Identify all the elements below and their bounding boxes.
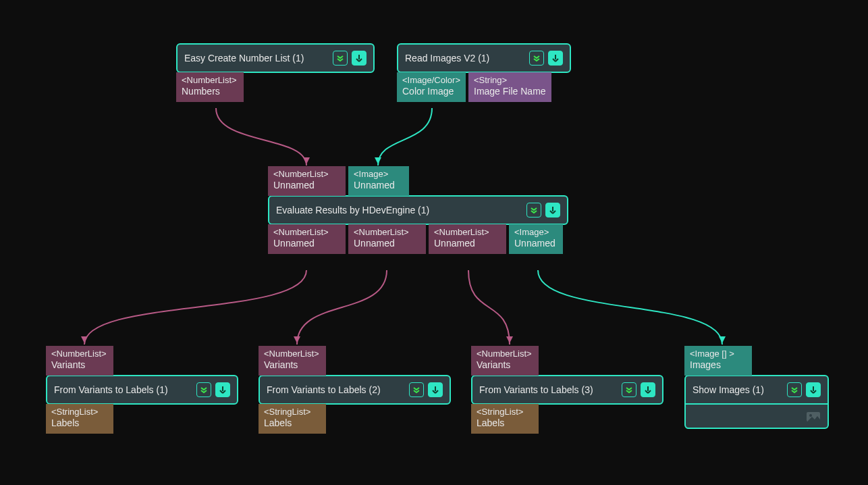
svg-marker-2	[81, 336, 88, 343]
output-port-1[interactable]: <NumberList> Unnamed	[348, 224, 426, 254]
node-read-images-v2[interactable]: Read Images V2 (1) <Image/Color> Color I…	[397, 43, 571, 102]
node-evaluate-results[interactable]: <NumberList> Unnamed <Image> Unnamed Eva…	[268, 166, 568, 254]
node-from-variants-to-labels-1[interactable]: <NumberList> Variants From Variants to L…	[46, 346, 238, 434]
node-header[interactable]: Easy Create Number List (1)	[176, 43, 375, 73]
output-ports: <StringList> Labels	[259, 404, 451, 434]
input-port-image[interactable]: <Image> Unnamed	[348, 166, 409, 196]
output-port-labels[interactable]: <StringList> Labels	[259, 404, 326, 434]
output-port-numbers[interactable]: <NumberList> Numbers	[176, 72, 244, 102]
input-ports: <Image [] > Images	[684, 346, 829, 376]
expand-button[interactable]	[409, 382, 424, 397]
node-title: From Variants to Labels (2)	[267, 384, 381, 395]
run-button[interactable]	[548, 51, 563, 66]
output-port-3[interactable]: <Image> Unnamed	[509, 224, 563, 254]
node-title: Read Images V2 (1)	[405, 53, 489, 63]
svg-marker-5	[719, 336, 726, 343]
run-button[interactable]	[806, 382, 821, 397]
run-button[interactable]	[545, 203, 560, 218]
input-port-variants[interactable]: <NumberList> Variants	[46, 346, 113, 376]
svg-marker-0	[303, 157, 310, 164]
svg-marker-3	[294, 336, 300, 343]
output-port-2[interactable]: <NumberList> Unnamed	[429, 224, 506, 254]
node-body	[684, 405, 829, 429]
output-ports: <NumberList> Unnamed <NumberList> Unname…	[268, 224, 568, 254]
output-port-labels[interactable]: <StringList> Labels	[46, 404, 113, 434]
run-button[interactable]	[352, 51, 367, 66]
expand-button[interactable]	[196, 382, 211, 397]
expand-button[interactable]	[526, 203, 541, 218]
output-port-labels[interactable]: <StringList> Labels	[471, 404, 539, 434]
expand-button[interactable]	[333, 51, 348, 66]
node-header[interactable]: From Variants to Labels (2)	[259, 375, 451, 405]
node-header[interactable]: Read Images V2 (1)	[397, 43, 571, 73]
node-title: Easy Create Number List (1)	[184, 53, 304, 63]
node-header[interactable]: From Variants to Labels (1)	[46, 375, 238, 405]
svg-point-7	[809, 414, 812, 417]
run-button[interactable]	[428, 382, 443, 397]
output-port-color-image[interactable]: <Image/Color> Color Image	[397, 72, 466, 102]
node-show-images[interactable]: <Image [] > Images Show Images (1)	[684, 346, 829, 429]
input-ports: <NumberList> Unnamed <Image> Unnamed	[268, 166, 568, 196]
expand-button[interactable]	[622, 382, 636, 397]
svg-marker-4	[506, 336, 513, 343]
node-title: From Variants to Labels (3)	[479, 384, 593, 395]
input-ports: <NumberList> Variants	[259, 346, 451, 376]
node-title: Show Images (1)	[693, 384, 764, 395]
input-port-numberlist[interactable]: <NumberList> Unnamed	[268, 166, 346, 196]
node-header[interactable]: From Variants to Labels (3)	[471, 375, 663, 405]
expand-button[interactable]	[787, 382, 802, 397]
image-preview-icon	[806, 409, 822, 423]
output-ports: <StringList> Labels	[471, 404, 663, 434]
output-ports: <StringList> Labels	[46, 404, 238, 434]
output-port-0[interactable]: <NumberList> Unnamed	[268, 224, 346, 254]
node-title: From Variants to Labels (1)	[54, 384, 168, 395]
output-port-image-file-name[interactable]: <String> Image File Name	[468, 72, 551, 102]
node-title: Evaluate Results by HDevEngine (1)	[276, 205, 429, 215]
input-port-variants[interactable]: <NumberList> Variants	[259, 346, 326, 376]
input-port-images[interactable]: <Image [] > Images	[684, 346, 752, 376]
node-easy-create-number-list[interactable]: Easy Create Number List (1) <NumberList>…	[176, 43, 375, 102]
run-button[interactable]	[215, 382, 230, 397]
input-ports: <NumberList> Variants	[471, 346, 663, 376]
node-header[interactable]: Evaluate Results by HDevEngine (1)	[268, 195, 568, 225]
input-ports: <NumberList> Variants	[46, 346, 238, 376]
output-ports: <Image/Color> Color Image <String> Image…	[397, 72, 571, 102]
run-button[interactable]	[641, 382, 655, 397]
output-ports: <NumberList> Numbers	[176, 72, 375, 102]
node-from-variants-to-labels-2[interactable]: <NumberList> Variants From Variants to L…	[259, 346, 451, 434]
node-from-variants-to-labels-3[interactable]: <NumberList> Variants From Variants to L…	[471, 346, 663, 434]
node-header[interactable]: Show Images (1)	[684, 375, 829, 405]
svg-marker-1	[375, 157, 381, 164]
input-port-variants[interactable]: <NumberList> Variants	[471, 346, 539, 376]
expand-button[interactable]	[529, 51, 544, 66]
